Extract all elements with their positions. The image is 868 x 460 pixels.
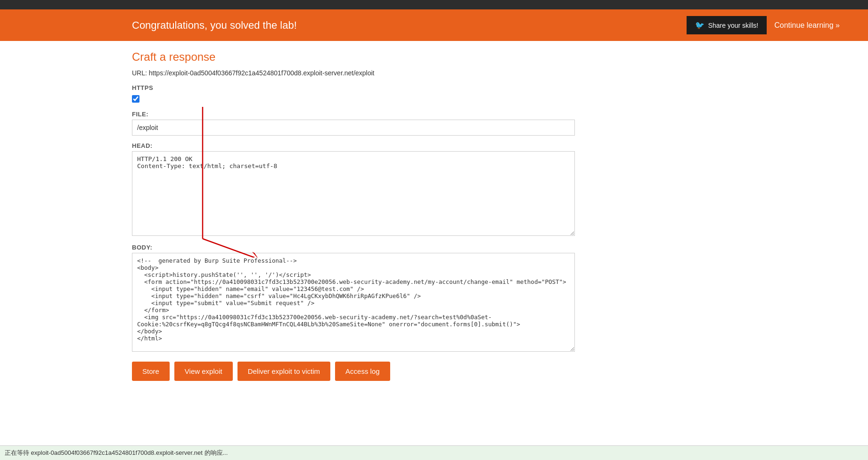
share-button-label: Share your skills! (708, 22, 759, 29)
continue-learning-link[interactable]: Continue learning » (774, 21, 840, 30)
file-row: File: (132, 111, 650, 136)
main-content: Craft a response URL: https://exploit-0a… (0, 41, 660, 390)
twitter-icon: 🐦 (695, 21, 704, 30)
file-input[interactable] (132, 120, 575, 136)
banner-actions: 🐦 Share your skills! Continue learning » (687, 16, 840, 34)
https-label: HTTPS (132, 84, 650, 91)
body-textarea[interactable]: <!-- generated by Burp Suite Professiona… (132, 253, 575, 352)
section-title: Craft a response (132, 50, 650, 64)
url-line: URL: https://exploit-0ad5004f03667f92c1a… (132, 69, 650, 77)
https-checkbox[interactable] (132, 95, 139, 103)
svg-marker-2 (252, 252, 259, 258)
head-textarea[interactable]: HTTP/1.1 200 OK Content-Type: text/html;… (132, 151, 575, 236)
access-log-button[interactable]: Access log (335, 362, 390, 381)
buttons-row: Store View exploit Deliver exploit to vi… (132, 362, 650, 381)
store-button[interactable]: Store (132, 362, 170, 381)
file-label: File: (132, 111, 650, 118)
banner-title: Congratulations, you solved the lab! (132, 19, 297, 32)
head-label: Head: (132, 142, 650, 149)
share-button[interactable]: 🐦 Share your skills! (687, 16, 767, 34)
banner: Congratulations, you solved the lab! 🐦 S… (0, 9, 868, 41)
url-label: URL: (132, 69, 147, 77)
head-textarea-wrapper: HTTP/1.1 200 OK Content-Type: text/html;… (132, 151, 650, 237)
view-exploit-button[interactable]: View exploit (174, 362, 233, 381)
deliver-exploit-button[interactable]: Deliver exploit to victim (237, 362, 330, 381)
body-label: Body: (132, 244, 650, 251)
body-row: Body: <!-- generated by Burp Suite Profe… (132, 244, 650, 353)
url-value: https://exploit-0ad5004f03667f92c1a45248… (149, 69, 375, 77)
top-bar (0, 0, 868, 9)
head-row: Head: HTTP/1.1 200 OK Content-Type: text… (132, 142, 650, 237)
https-row: HTTPS (132, 84, 650, 104)
body-textarea-wrapper: <!-- generated by Burp Suite Professiona… (132, 253, 650, 353)
